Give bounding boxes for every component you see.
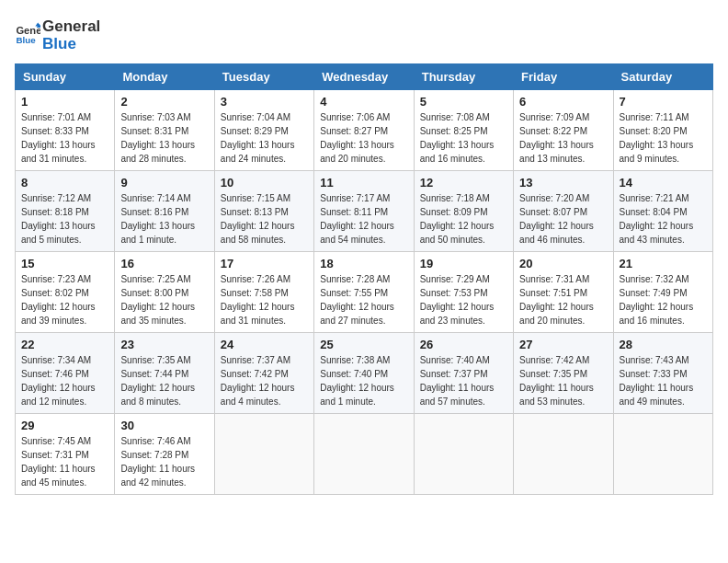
sun-info: Sunrise: 7:43 AM Sunset: 7:33 PM Dayligh… [620, 353, 707, 408]
calendar-cell: 16Sunrise: 7:25 AM Sunset: 8:00 PM Dayli… [115, 252, 214, 333]
sun-info: Sunrise: 7:11 AM Sunset: 8:20 PM Dayligh… [620, 110, 707, 166]
calendar-cell [613, 414, 712, 495]
calendar-cell: 20Sunrise: 7:31 AM Sunset: 7:51 PM Dayli… [514, 252, 613, 333]
day-number: 26 [420, 338, 507, 351]
calendar-cell [514, 414, 613, 495]
day-number: 21 [620, 257, 707, 270]
day-number: 17 [221, 257, 308, 270]
day-number: 20 [519, 257, 607, 270]
sun-info: Sunrise: 7:26 AM Sunset: 7:58 PM Dayligh… [221, 272, 308, 327]
svg-text:Blue: Blue [16, 34, 36, 44]
day-number: 24 [221, 338, 308, 351]
calendar-cell: 24Sunrise: 7:37 AM Sunset: 7:42 PM Dayli… [214, 333, 313, 414]
logo-general: General [42, 18, 100, 36]
day-number: 23 [120, 338, 208, 351]
day-number: 16 [120, 257, 208, 270]
calendar-cell: 26Sunrise: 7:40 AM Sunset: 7:37 PM Dayli… [414, 333, 513, 414]
calendar-cell: 4Sunrise: 7:06 AM Sunset: 8:27 PM Daylig… [314, 90, 414, 171]
day-number: 4 [320, 95, 407, 109]
calendar-cell: 29Sunrise: 7:45 AM Sunset: 7:31 PM Dayli… [16, 414, 115, 495]
day-number: 11 [320, 176, 407, 190]
calendar-cell [214, 414, 313, 495]
calendar-week-5: 29Sunrise: 7:45 AM Sunset: 7:31 PM Dayli… [16, 414, 713, 495]
sun-info: Sunrise: 7:08 AM Sunset: 8:25 PM Dayligh… [420, 110, 507, 166]
day-number: 19 [420, 257, 507, 270]
logo-blue: Blue [42, 36, 100, 53]
sun-info: Sunrise: 7:18 AM Sunset: 8:09 PM Dayligh… [420, 191, 507, 247]
sun-info: Sunrise: 7:15 AM Sunset: 8:13 PM Dayligh… [221, 191, 308, 247]
sun-info: Sunrise: 7:32 AM Sunset: 7:49 PM Dayligh… [620, 272, 707, 327]
calendar-cell: 13Sunrise: 7:20 AM Sunset: 8:07 PM Dayli… [514, 171, 613, 252]
day-number: 8 [21, 176, 108, 190]
calendar-cell: 11Sunrise: 7:17 AM Sunset: 8:11 PM Dayli… [314, 171, 414, 252]
day-number: 5 [420, 95, 507, 109]
calendar-week-4: 22Sunrise: 7:34 AM Sunset: 7:46 PM Dayli… [16, 333, 713, 414]
calendar-week-3: 15Sunrise: 7:23 AM Sunset: 8:02 PM Dayli… [16, 252, 713, 333]
calendar-cell [414, 414, 513, 495]
day-number: 10 [221, 176, 308, 190]
calendar-table: SundayMondayTuesdayWednesdayThursdayFrid… [15, 63, 713, 495]
sun-info: Sunrise: 7:04 AM Sunset: 8:29 PM Dayligh… [221, 110, 308, 166]
day-number: 2 [120, 95, 208, 109]
sun-info: Sunrise: 7:46 AM Sunset: 7:28 PM Dayligh… [120, 434, 208, 489]
day-number: 9 [120, 176, 208, 190]
calendar-cell: 21Sunrise: 7:32 AM Sunset: 7:49 PM Dayli… [613, 252, 712, 333]
sun-info: Sunrise: 7:42 AM Sunset: 7:35 PM Dayligh… [519, 353, 607, 408]
calendar-cell: 22Sunrise: 7:34 AM Sunset: 7:46 PM Dayli… [16, 333, 115, 414]
day-number: 15 [21, 257, 108, 270]
calendar-cell: 18Sunrise: 7:28 AM Sunset: 7:55 PM Dayli… [314, 252, 414, 333]
calendar-cell: 17Sunrise: 7:26 AM Sunset: 7:58 PM Dayli… [214, 252, 313, 333]
weekday-header-saturday: Saturday [613, 64, 712, 90]
calendar-cell: 19Sunrise: 7:29 AM Sunset: 7:53 PM Dayli… [414, 252, 513, 333]
day-number: 30 [120, 419, 208, 432]
calendar-cell: 14Sunrise: 7:21 AM Sunset: 8:04 PM Dayli… [613, 171, 712, 252]
day-number: 3 [221, 95, 308, 109]
weekday-header-tuesday: Tuesday [214, 64, 313, 90]
sun-info: Sunrise: 7:37 AM Sunset: 7:42 PM Dayligh… [221, 353, 308, 408]
weekday-header-row: SundayMondayTuesdayWednesdayThursdayFrid… [16, 64, 713, 90]
calendar-cell: 15Sunrise: 7:23 AM Sunset: 8:02 PM Dayli… [16, 252, 115, 333]
calendar-week-1: 1Sunrise: 7:01 AM Sunset: 8:33 PM Daylig… [16, 90, 713, 171]
header: General Blue General Blue [15, 15, 713, 52]
calendar-cell: 9Sunrise: 7:14 AM Sunset: 8:16 PM Daylig… [115, 171, 214, 252]
sun-info: Sunrise: 7:29 AM Sunset: 7:53 PM Dayligh… [420, 272, 507, 327]
day-number: 13 [519, 176, 607, 190]
calendar-cell: 8Sunrise: 7:12 AM Sunset: 8:18 PM Daylig… [16, 171, 115, 252]
weekday-header-thursday: Thursday [414, 64, 513, 90]
weekday-header-sunday: Sunday [16, 64, 115, 90]
sun-info: Sunrise: 7:40 AM Sunset: 7:37 PM Dayligh… [420, 353, 507, 408]
logo-icon: General Blue [15, 21, 40, 47]
sun-info: Sunrise: 7:25 AM Sunset: 8:00 PM Dayligh… [120, 272, 208, 327]
calendar-cell: 6Sunrise: 7:09 AM Sunset: 8:22 PM Daylig… [514, 90, 613, 171]
calendar-cell: 27Sunrise: 7:42 AM Sunset: 7:35 PM Dayli… [514, 333, 613, 414]
calendar-cell: 28Sunrise: 7:43 AM Sunset: 7:33 PM Dayli… [613, 333, 712, 414]
day-number: 29 [21, 419, 108, 432]
sun-info: Sunrise: 7:17 AM Sunset: 8:11 PM Dayligh… [320, 191, 407, 247]
day-number: 14 [620, 176, 707, 190]
day-number: 27 [519, 338, 607, 351]
sun-info: Sunrise: 7:31 AM Sunset: 7:51 PM Dayligh… [519, 272, 607, 327]
sun-info: Sunrise: 7:03 AM Sunset: 8:31 PM Dayligh… [120, 110, 208, 166]
day-number: 22 [21, 338, 108, 351]
day-number: 12 [420, 176, 507, 190]
sun-info: Sunrise: 7:21 AM Sunset: 8:04 PM Dayligh… [620, 191, 707, 247]
sun-info: Sunrise: 7:01 AM Sunset: 8:33 PM Dayligh… [21, 110, 108, 166]
calendar-cell: 3Sunrise: 7:04 AM Sunset: 8:29 PM Daylig… [214, 90, 313, 171]
sun-info: Sunrise: 7:38 AM Sunset: 7:40 PM Dayligh… [320, 353, 407, 408]
weekday-header-wednesday: Wednesday [314, 64, 414, 90]
calendar-cell: 30Sunrise: 7:46 AM Sunset: 7:28 PM Dayli… [115, 414, 214, 495]
day-number: 28 [620, 338, 707, 351]
day-number: 18 [320, 257, 407, 270]
calendar-cell: 25Sunrise: 7:38 AM Sunset: 7:40 PM Dayli… [314, 333, 414, 414]
calendar-week-2: 8Sunrise: 7:12 AM Sunset: 8:18 PM Daylig… [16, 171, 713, 252]
calendar-cell [314, 414, 414, 495]
sun-info: Sunrise: 7:23 AM Sunset: 8:02 PM Dayligh… [21, 272, 108, 327]
day-number: 1 [21, 95, 108, 109]
sun-info: Sunrise: 7:09 AM Sunset: 8:22 PM Dayligh… [519, 110, 607, 166]
sun-info: Sunrise: 7:06 AM Sunset: 8:27 PM Dayligh… [320, 110, 407, 166]
weekday-header-monday: Monday [115, 64, 214, 90]
weekday-header-friday: Friday [514, 64, 613, 90]
day-number: 25 [320, 338, 407, 351]
calendar-cell: 10Sunrise: 7:15 AM Sunset: 8:13 PM Dayli… [214, 171, 313, 252]
sun-info: Sunrise: 7:35 AM Sunset: 7:44 PM Dayligh… [120, 353, 208, 408]
